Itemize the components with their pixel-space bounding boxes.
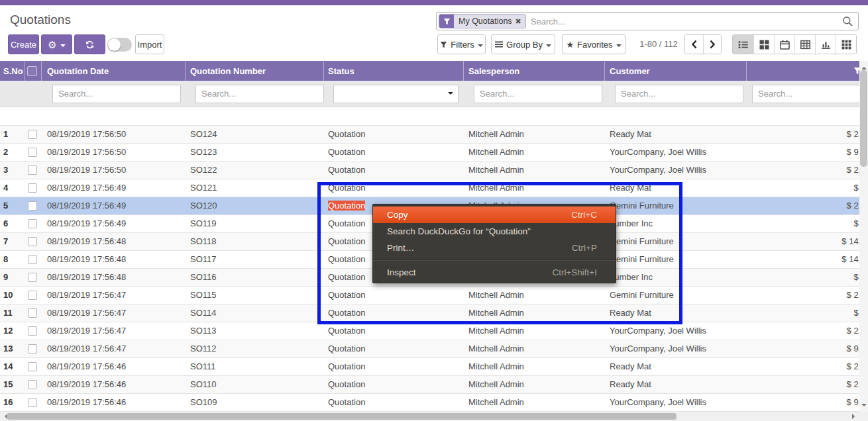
pager-nav	[684, 34, 722, 54]
table-row[interactable]: 12 08/19/2019 17:56:47 SO113 Quotation M…	[0, 322, 859, 340]
column-header-amount[interactable]	[747, 61, 859, 81]
shortcut-label: Ctrl+C	[571, 210, 597, 220]
column-header-select-all[interactable]	[25, 61, 42, 81]
table-header-row: S.No Quotation Date Quotation Number Sta…	[0, 61, 859, 81]
view-switch-calendar[interactable]	[774, 35, 794, 54]
cell-quotation-date: 08/19/2019 17:56:48	[42, 251, 186, 268]
pager-value[interactable]: 1-80 / 112	[635, 34, 682, 54]
refresh-button[interactable]	[74, 34, 105, 54]
vertical-scrollbar[interactable]	[859, 61, 868, 412]
row-checkbox[interactable]	[28, 308, 37, 318]
row-checkbox[interactable]	[28, 183, 37, 193]
row-checkbox[interactable]	[28, 398, 37, 407]
cell-salesperson: Mitchell Admin	[464, 144, 605, 161]
filter-cell-checkbox	[25, 81, 42, 107]
pager-previous-button[interactable]	[685, 35, 703, 54]
row-checkbox[interactable]	[28, 273, 37, 282]
view-switch-pivot[interactable]	[794, 35, 815, 54]
filters-button[interactable]: Filters	[437, 34, 486, 54]
row-index: 11	[0, 304, 25, 322]
context-menu-item-search-duckduckgo[interactable]: Search DuckDuckGo for “Quotation”	[373, 223, 616, 240]
context-menu-item-copy[interactable]: Copy Ctrl+C	[373, 207, 616, 223]
table-row[interactable]: 2 08/19/2019 17:56:50 SO123 Quotation Mi…	[0, 144, 859, 162]
table-row[interactable]: 15 08/19/2019 17:56:46 SO110 Quotation M…	[0, 376, 859, 394]
cell-quotation-number: SO112	[186, 340, 324, 357]
column-header-quotation-number[interactable]: Quotation Number	[186, 61, 324, 81]
filter-select-status[interactable]	[333, 85, 459, 103]
row-index: 1	[0, 126, 25, 143]
refresh-icon	[85, 40, 95, 50]
filter-input-amount[interactable]	[752, 85, 859, 103]
action-gear-dropdown[interactable]: ⚙	[41, 34, 72, 54]
horizontal-scrollbar-thumb[interactable]	[7, 413, 677, 420]
cell-status: Quotation	[328, 129, 365, 139]
view-switch-kanban[interactable]	[753, 35, 774, 54]
search-input[interactable]: Search...	[531, 17, 565, 26]
row-checkbox[interactable]	[28, 148, 37, 157]
import-button[interactable]: Import	[135, 34, 164, 54]
table-row[interactable]: 10 08/19/2019 17:56:47 SO115 Quotation M…	[0, 287, 859, 304]
table-row[interactable]: 13 08/19/2019 17:56:47 SO112 Quotation M…	[0, 340, 859, 358]
scroll-down-icon[interactable]	[861, 404, 867, 409]
column-header-quotation-date[interactable]: Quotation Date	[42, 61, 186, 81]
cell-quotation-number: SO109	[186, 394, 324, 411]
favorites-button[interactable]: ★ Favorites	[562, 34, 625, 54]
row-checkbox[interactable]	[28, 344, 37, 353]
column-header-sno[interactable]: S.No	[0, 61, 25, 81]
table-row[interactable]: 11 08/19/2019 17:56:47 SO114 Quotation M…	[0, 304, 859, 322]
table-row[interactable]: 16 08/19/2019 17:56:46 SO109 Quotation M…	[0, 394, 859, 412]
scroll-right-icon[interactable]	[852, 414, 857, 419]
view-switch-activity-grid[interactable]	[836, 35, 856, 54]
search-bar[interactable]: My Quotations ✖ Search...	[436, 12, 859, 30]
row-index: 13	[0, 340, 25, 357]
view-switch-graph[interactable]	[815, 35, 836, 54]
row-index: 10	[0, 287, 25, 304]
row-checkbox[interactable]	[28, 237, 37, 246]
cell-quotation-number: SO123	[186, 144, 324, 161]
cell-status: Quotation	[328, 236, 365, 246]
facet-close-icon[interactable]: ✖	[515, 15, 525, 28]
cell-salesperson: Mitchell Admin	[464, 162, 605, 179]
row-checkbox[interactable]	[28, 326, 37, 336]
vertical-scrollbar-thumb[interactable]	[860, 70, 867, 167]
row-checkbox[interactable]	[28, 380, 37, 389]
row-checkbox[interactable]	[28, 291, 37, 300]
filter-input-quotation-date[interactable]	[52, 85, 181, 103]
pager-next-button[interactable]	[703, 35, 721, 54]
column-header-status[interactable]: Status	[324, 61, 464, 81]
table-row[interactable]: 4 08/19/2019 17:56:49 SO121 Quotation Mi…	[0, 179, 859, 197]
cell-customer: Ready Mat	[605, 358, 747, 375]
row-checkbox[interactable]	[28, 219, 37, 228]
context-menu: Copy Ctrl+C Search DuckDuckGo for “Quota…	[372, 204, 616, 283]
group-by-button[interactable]: Group By	[491, 34, 555, 54]
row-checkbox[interactable]	[28, 255, 37, 264]
toggle-switch[interactable]	[107, 38, 132, 52]
cell-amount: $ 370.00	[747, 179, 859, 197]
column-header-customer[interactable]: Customer	[605, 61, 747, 81]
cell-quotation-number: SO117	[186, 251, 324, 268]
row-checkbox[interactable]	[28, 362, 37, 371]
cell-status: Quotation	[328, 165, 365, 175]
filter-input-salesperson[interactable]	[474, 85, 602, 103]
view-switch-list[interactable]	[733, 35, 753, 54]
select-all-checkbox[interactable]	[27, 66, 37, 76]
column-header-salesperson[interactable]: Salesperson	[464, 61, 605, 81]
row-checkbox[interactable]	[28, 201, 37, 210]
row-checkbox[interactable]	[28, 165, 37, 175]
create-button[interactable]: Create	[8, 34, 39, 54]
column-filter-icon[interactable]	[853, 67, 859, 77]
horizontal-scrollbar[interactable]	[0, 412, 868, 421]
table-row[interactable]: 3 08/19/2019 17:56:50 SO122 Quotation Mi…	[0, 162, 859, 179]
row-checkbox[interactable]	[28, 130, 37, 139]
context-menu-item-print[interactable]: Print… Ctrl+P	[373, 240, 616, 256]
cell-quotation-number: SO124	[186, 126, 324, 143]
top-bar	[0, 0, 868, 5]
search-icon[interactable]	[842, 16, 853, 30]
filter-input-customer[interactable]	[615, 85, 743, 103]
filter-input-quotation-number[interactable]	[195, 85, 324, 103]
scroll-up-icon[interactable]	[861, 64, 867, 70]
table-row[interactable]: 14 08/19/2019 17:56:46 SO111 Quotation M…	[0, 358, 859, 376]
table-row[interactable]: 1 08/19/2019 17:56:50 SO124 Quotation Mi…	[0, 126, 859, 144]
cell-quotation-number: SO120	[186, 197, 324, 214]
context-menu-item-inspect[interactable]: Inspect Ctrl+Shift+I	[373, 264, 616, 281]
